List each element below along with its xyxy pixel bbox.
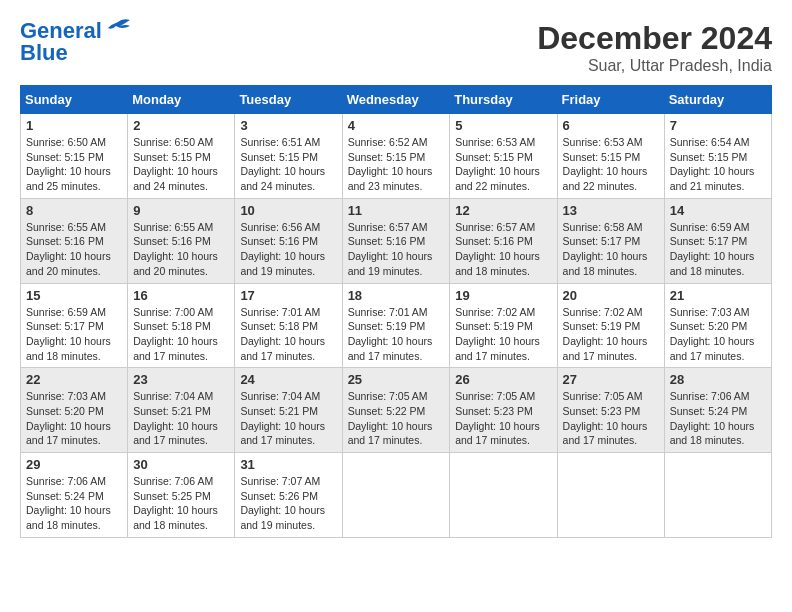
day-number: 31: [240, 457, 336, 472]
day-info: Sunrise: 6:59 AM Sunset: 5:17 PM Dayligh…: [670, 220, 766, 279]
day-number: 16: [133, 288, 229, 303]
day-number: 12: [455, 203, 551, 218]
calendar-week-row: 8Sunrise: 6:55 AM Sunset: 5:16 PM Daylig…: [21, 198, 772, 283]
day-number: 14: [670, 203, 766, 218]
day-info: Sunrise: 7:05 AM Sunset: 5:23 PM Dayligh…: [563, 389, 659, 448]
day-info: Sunrise: 7:03 AM Sunset: 5:20 PM Dayligh…: [670, 305, 766, 364]
logo-bird-icon: [104, 18, 132, 40]
calendar-day-cell: 31Sunrise: 7:07 AM Sunset: 5:26 PM Dayli…: [235, 453, 342, 538]
day-number: 8: [26, 203, 122, 218]
calendar-day-cell: 27Sunrise: 7:05 AM Sunset: 5:23 PM Dayli…: [557, 368, 664, 453]
day-info: Sunrise: 6:54 AM Sunset: 5:15 PM Dayligh…: [670, 135, 766, 194]
calendar-day-cell: 5Sunrise: 6:53 AM Sunset: 5:15 PM Daylig…: [450, 114, 557, 199]
day-info: Sunrise: 6:55 AM Sunset: 5:16 PM Dayligh…: [133, 220, 229, 279]
day-number: 23: [133, 372, 229, 387]
day-info: Sunrise: 7:07 AM Sunset: 5:26 PM Dayligh…: [240, 474, 336, 533]
day-number: 4: [348, 118, 445, 133]
calendar-day-cell: 11Sunrise: 6:57 AM Sunset: 5:16 PM Dayli…: [342, 198, 450, 283]
calendar-day-cell: 1Sunrise: 6:50 AM Sunset: 5:15 PM Daylig…: [21, 114, 128, 199]
calendar-table: SundayMondayTuesdayWednesdayThursdayFrid…: [20, 85, 772, 538]
day-info: Sunrise: 6:50 AM Sunset: 5:15 PM Dayligh…: [133, 135, 229, 194]
day-info: Sunrise: 7:03 AM Sunset: 5:20 PM Dayligh…: [26, 389, 122, 448]
empty-cell: [557, 453, 664, 538]
day-info: Sunrise: 7:06 AM Sunset: 5:25 PM Dayligh…: [133, 474, 229, 533]
day-number: 24: [240, 372, 336, 387]
day-number: 18: [348, 288, 445, 303]
day-info: Sunrise: 7:02 AM Sunset: 5:19 PM Dayligh…: [455, 305, 551, 364]
day-info: Sunrise: 7:04 AM Sunset: 5:21 PM Dayligh…: [133, 389, 229, 448]
calendar-day-cell: 4Sunrise: 6:52 AM Sunset: 5:15 PM Daylig…: [342, 114, 450, 199]
calendar-day-cell: 3Sunrise: 6:51 AM Sunset: 5:15 PM Daylig…: [235, 114, 342, 199]
calendar-day-cell: 28Sunrise: 7:06 AM Sunset: 5:24 PM Dayli…: [664, 368, 771, 453]
day-number: 21: [670, 288, 766, 303]
calendar-day-cell: 10Sunrise: 6:56 AM Sunset: 5:16 PM Dayli…: [235, 198, 342, 283]
day-number: 9: [133, 203, 229, 218]
day-header-tuesday: Tuesday: [235, 86, 342, 114]
day-header-sunday: Sunday: [21, 86, 128, 114]
day-number: 15: [26, 288, 122, 303]
day-info: Sunrise: 6:53 AM Sunset: 5:15 PM Dayligh…: [563, 135, 659, 194]
day-info: Sunrise: 6:59 AM Sunset: 5:17 PM Dayligh…: [26, 305, 122, 364]
empty-cell: [664, 453, 771, 538]
day-number: 1: [26, 118, 122, 133]
calendar-header-row: SundayMondayTuesdayWednesdayThursdayFrid…: [21, 86, 772, 114]
calendar-day-cell: 19Sunrise: 7:02 AM Sunset: 5:19 PM Dayli…: [450, 283, 557, 368]
day-info: Sunrise: 7:02 AM Sunset: 5:19 PM Dayligh…: [563, 305, 659, 364]
month-title: December 2024: [537, 20, 772, 57]
day-number: 25: [348, 372, 445, 387]
day-number: 20: [563, 288, 659, 303]
calendar-day-cell: 2Sunrise: 6:50 AM Sunset: 5:15 PM Daylig…: [128, 114, 235, 199]
day-info: Sunrise: 7:06 AM Sunset: 5:24 PM Dayligh…: [26, 474, 122, 533]
day-number: 29: [26, 457, 122, 472]
calendar-day-cell: 23Sunrise: 7:04 AM Sunset: 5:21 PM Dayli…: [128, 368, 235, 453]
day-info: Sunrise: 6:53 AM Sunset: 5:15 PM Dayligh…: [455, 135, 551, 194]
day-number: 27: [563, 372, 659, 387]
title-section: December 2024 Suar, Uttar Pradesh, India: [537, 20, 772, 75]
day-info: Sunrise: 6:50 AM Sunset: 5:15 PM Dayligh…: [26, 135, 122, 194]
day-info: Sunrise: 6:56 AM Sunset: 5:16 PM Dayligh…: [240, 220, 336, 279]
day-header-wednesday: Wednesday: [342, 86, 450, 114]
logo-blue-text: Blue: [20, 42, 68, 64]
day-number: 30: [133, 457, 229, 472]
calendar-day-cell: 7Sunrise: 6:54 AM Sunset: 5:15 PM Daylig…: [664, 114, 771, 199]
calendar-day-cell: 16Sunrise: 7:00 AM Sunset: 5:18 PM Dayli…: [128, 283, 235, 368]
calendar-day-cell: 20Sunrise: 7:02 AM Sunset: 5:19 PM Dayli…: [557, 283, 664, 368]
day-number: 11: [348, 203, 445, 218]
calendar-day-cell: 26Sunrise: 7:05 AM Sunset: 5:23 PM Dayli…: [450, 368, 557, 453]
calendar-day-cell: 24Sunrise: 7:04 AM Sunset: 5:21 PM Dayli…: [235, 368, 342, 453]
day-info: Sunrise: 6:57 AM Sunset: 5:16 PM Dayligh…: [455, 220, 551, 279]
calendar-day-cell: 25Sunrise: 7:05 AM Sunset: 5:22 PM Dayli…: [342, 368, 450, 453]
calendar-week-row: 1Sunrise: 6:50 AM Sunset: 5:15 PM Daylig…: [21, 114, 772, 199]
calendar-day-cell: 15Sunrise: 6:59 AM Sunset: 5:17 PM Dayli…: [21, 283, 128, 368]
day-number: 19: [455, 288, 551, 303]
day-info: Sunrise: 6:58 AM Sunset: 5:17 PM Dayligh…: [563, 220, 659, 279]
calendar-day-cell: 17Sunrise: 7:01 AM Sunset: 5:18 PM Dayli…: [235, 283, 342, 368]
day-info: Sunrise: 7:06 AM Sunset: 5:24 PM Dayligh…: [670, 389, 766, 448]
day-number: 10: [240, 203, 336, 218]
day-number: 17: [240, 288, 336, 303]
day-header-friday: Friday: [557, 86, 664, 114]
day-info: Sunrise: 7:00 AM Sunset: 5:18 PM Dayligh…: [133, 305, 229, 364]
calendar-week-row: 22Sunrise: 7:03 AM Sunset: 5:20 PM Dayli…: [21, 368, 772, 453]
day-number: 28: [670, 372, 766, 387]
day-header-thursday: Thursday: [450, 86, 557, 114]
calendar-day-cell: 21Sunrise: 7:03 AM Sunset: 5:20 PM Dayli…: [664, 283, 771, 368]
calendar-day-cell: 6Sunrise: 6:53 AM Sunset: 5:15 PM Daylig…: [557, 114, 664, 199]
calendar-week-row: 29Sunrise: 7:06 AM Sunset: 5:24 PM Dayli…: [21, 453, 772, 538]
day-header-monday: Monday: [128, 86, 235, 114]
calendar-day-cell: 13Sunrise: 6:58 AM Sunset: 5:17 PM Dayli…: [557, 198, 664, 283]
day-info: Sunrise: 7:05 AM Sunset: 5:22 PM Dayligh…: [348, 389, 445, 448]
day-info: Sunrise: 7:01 AM Sunset: 5:19 PM Dayligh…: [348, 305, 445, 364]
calendar-week-row: 15Sunrise: 6:59 AM Sunset: 5:17 PM Dayli…: [21, 283, 772, 368]
day-info: Sunrise: 7:05 AM Sunset: 5:23 PM Dayligh…: [455, 389, 551, 448]
day-number: 22: [26, 372, 122, 387]
day-info: Sunrise: 7:04 AM Sunset: 5:21 PM Dayligh…: [240, 389, 336, 448]
logo-text: General: [20, 20, 102, 42]
page-header: General Blue December 2024 Suar, Uttar P…: [20, 20, 772, 75]
empty-cell: [450, 453, 557, 538]
day-info: Sunrise: 6:55 AM Sunset: 5:16 PM Dayligh…: [26, 220, 122, 279]
day-info: Sunrise: 6:52 AM Sunset: 5:15 PM Dayligh…: [348, 135, 445, 194]
calendar-day-cell: 18Sunrise: 7:01 AM Sunset: 5:19 PM Dayli…: [342, 283, 450, 368]
day-header-saturday: Saturday: [664, 86, 771, 114]
day-number: 3: [240, 118, 336, 133]
